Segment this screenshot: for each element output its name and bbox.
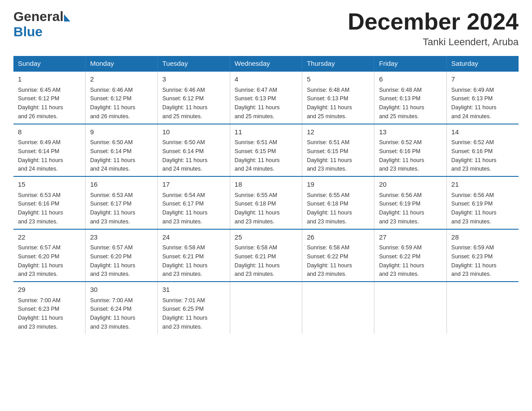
day-number: 6	[379, 74, 442, 85]
day-number: 18	[235, 180, 297, 190]
day-number: 1	[18, 74, 81, 85]
day-info: Sunrise: 6:58 AMSunset: 6:21 PMDaylight:…	[162, 244, 207, 277]
week-row-3: 15Sunrise: 6:53 AMSunset: 6:16 PMDayligh…	[13, 176, 519, 229]
day-cell: 18Sunrise: 6:55 AMSunset: 6:18 PMDayligh…	[230, 176, 302, 229]
day-number: 16	[90, 180, 153, 190]
week-row-2: 8Sunrise: 6:49 AMSunset: 6:14 PMDaylight…	[13, 124, 519, 177]
day-info: Sunrise: 6:52 AMSunset: 6:16 PMDaylight:…	[451, 139, 497, 172]
day-number: 23	[90, 232, 153, 243]
day-info: Sunrise: 6:50 AMSunset: 6:14 PMDaylight:…	[162, 139, 207, 172]
day-number: 15	[18, 180, 81, 190]
week-row-5: 29Sunrise: 7:00 AMSunset: 6:23 PMDayligh…	[13, 282, 519, 334]
day-cell: 8Sunrise: 6:49 AMSunset: 6:14 PMDaylight…	[13, 124, 86, 177]
day-info: Sunrise: 6:58 AMSunset: 6:22 PMDaylight:…	[307, 244, 352, 277]
day-cell: 10Sunrise: 6:50 AMSunset: 6:14 PMDayligh…	[158, 124, 230, 177]
day-info: Sunrise: 6:47 AMSunset: 6:13 PMDaylight:…	[235, 87, 280, 120]
day-cell	[446, 282, 519, 334]
day-number: 12	[307, 127, 369, 137]
day-info: Sunrise: 6:48 AMSunset: 6:13 PMDaylight:…	[307, 87, 352, 120]
day-number: 30	[90, 285, 153, 295]
logo-blue-text: Blue	[13, 24, 43, 39]
day-cell: 21Sunrise: 6:56 AMSunset: 6:19 PMDayligh…	[446, 176, 519, 229]
day-cell: 23Sunrise: 6:57 AMSunset: 6:20 PMDayligh…	[86, 229, 158, 282]
day-cell	[230, 282, 302, 334]
day-cell: 25Sunrise: 6:58 AMSunset: 6:21 PMDayligh…	[230, 229, 302, 282]
day-cell: 2Sunrise: 6:46 AMSunset: 6:12 PMDaylight…	[86, 71, 158, 124]
day-info: Sunrise: 6:46 AMSunset: 6:12 PMDaylight:…	[90, 87, 135, 120]
day-header-wednesday: Wednesday	[230, 56, 302, 71]
day-number: 25	[235, 232, 297, 243]
logo: General Blue	[13, 9, 70, 41]
day-info: Sunrise: 7:00 AMSunset: 6:23 PMDaylight:…	[18, 297, 63, 330]
day-number: 24	[162, 232, 225, 243]
day-cell: 16Sunrise: 6:53 AMSunset: 6:17 PMDayligh…	[86, 176, 158, 229]
day-cell: 31Sunrise: 7:01 AMSunset: 6:25 PMDayligh…	[158, 282, 230, 334]
day-number: 22	[18, 232, 81, 243]
day-info: Sunrise: 6:55 AMSunset: 6:18 PMDaylight:…	[235, 192, 280, 225]
day-info: Sunrise: 6:59 AMSunset: 6:23 PMDaylight:…	[451, 244, 497, 277]
day-header-monday: Monday	[86, 56, 158, 71]
day-cell	[374, 282, 446, 334]
day-number: 5	[307, 74, 369, 85]
day-cell: 3Sunrise: 6:46 AMSunset: 6:12 PMDaylight…	[158, 71, 230, 124]
day-info: Sunrise: 6:52 AMSunset: 6:16 PMDaylight:…	[379, 139, 424, 172]
page-header: General Blue December 2024 Tanki Leender…	[13, 9, 519, 48]
day-number: 19	[307, 180, 369, 190]
day-header-friday: Friday	[374, 56, 446, 71]
day-number: 3	[162, 74, 225, 85]
day-cell: 12Sunrise: 6:51 AMSunset: 6:15 PMDayligh…	[302, 124, 374, 177]
day-info: Sunrise: 6:53 AMSunset: 6:17 PMDaylight:…	[90, 192, 135, 225]
day-cell: 19Sunrise: 6:55 AMSunset: 6:18 PMDayligh…	[302, 176, 374, 229]
day-number: 7	[451, 74, 514, 85]
day-cell: 24Sunrise: 6:58 AMSunset: 6:21 PMDayligh…	[158, 229, 230, 282]
day-number: 8	[18, 127, 81, 137]
day-cell: 28Sunrise: 6:59 AMSunset: 6:23 PMDayligh…	[446, 229, 519, 282]
day-info: Sunrise: 6:45 AMSunset: 6:12 PMDaylight:…	[18, 87, 63, 120]
day-info: Sunrise: 6:48 AMSunset: 6:13 PMDaylight:…	[379, 87, 424, 120]
day-cell: 22Sunrise: 6:57 AMSunset: 6:20 PMDayligh…	[13, 229, 86, 282]
day-cell: 15Sunrise: 6:53 AMSunset: 6:16 PMDayligh…	[13, 176, 86, 229]
day-info: Sunrise: 6:56 AMSunset: 6:19 PMDaylight:…	[451, 192, 497, 225]
day-number: 13	[379, 127, 442, 137]
day-number: 17	[162, 180, 225, 190]
calendar-table: SundayMondayTuesdayWednesdayThursdayFrid…	[13, 56, 519, 334]
day-header-sunday: Sunday	[13, 56, 86, 71]
day-number: 29	[18, 285, 81, 295]
day-number: 26	[307, 232, 369, 243]
day-cell: 17Sunrise: 6:54 AMSunset: 6:17 PMDayligh…	[158, 176, 230, 229]
day-number: 27	[379, 232, 442, 243]
day-info: Sunrise: 6:49 AMSunset: 6:14 PMDaylight:…	[18, 139, 63, 172]
logo-arrow-icon	[64, 14, 70, 21]
calendar-header: SundayMondayTuesdayWednesdayThursdayFrid…	[13, 56, 519, 71]
day-cell: 5Sunrise: 6:48 AMSunset: 6:13 PMDaylight…	[302, 71, 374, 124]
week-row-4: 22Sunrise: 6:57 AMSunset: 6:20 PMDayligh…	[13, 229, 519, 282]
day-number: 2	[90, 74, 153, 85]
day-info: Sunrise: 7:00 AMSunset: 6:24 PMDaylight:…	[90, 297, 135, 330]
day-cell: 9Sunrise: 6:50 AMSunset: 6:14 PMDaylight…	[86, 124, 158, 177]
day-cell: 11Sunrise: 6:51 AMSunset: 6:15 PMDayligh…	[230, 124, 302, 177]
day-info: Sunrise: 6:49 AMSunset: 6:13 PMDaylight:…	[451, 87, 497, 120]
day-cell: 7Sunrise: 6:49 AMSunset: 6:13 PMDaylight…	[446, 71, 519, 124]
day-info: Sunrise: 6:58 AMSunset: 6:21 PMDaylight:…	[235, 244, 280, 277]
day-number: 4	[235, 74, 297, 85]
day-number: 31	[162, 285, 225, 295]
day-cell: 29Sunrise: 7:00 AMSunset: 6:23 PMDayligh…	[13, 282, 86, 334]
day-cell: 30Sunrise: 7:00 AMSunset: 6:24 PMDayligh…	[86, 282, 158, 334]
header-row: SundayMondayTuesdayWednesdayThursdayFrid…	[13, 56, 519, 71]
day-info: Sunrise: 6:57 AMSunset: 6:20 PMDaylight:…	[18, 244, 63, 277]
day-cell	[302, 282, 374, 334]
day-info: Sunrise: 6:56 AMSunset: 6:19 PMDaylight:…	[379, 192, 424, 225]
day-number: 10	[162, 127, 225, 137]
day-cell: 6Sunrise: 6:48 AMSunset: 6:13 PMDaylight…	[374, 71, 446, 124]
day-cell: 4Sunrise: 6:47 AMSunset: 6:13 PMDaylight…	[230, 71, 302, 124]
day-info: Sunrise: 6:59 AMSunset: 6:22 PMDaylight:…	[379, 244, 424, 277]
day-info: Sunrise: 7:01 AMSunset: 6:25 PMDaylight:…	[162, 297, 207, 330]
day-cell: 26Sunrise: 6:58 AMSunset: 6:22 PMDayligh…	[302, 229, 374, 282]
day-header-thursday: Thursday	[302, 56, 374, 71]
day-number: 28	[451, 232, 514, 243]
day-number: 14	[451, 127, 514, 137]
day-info: Sunrise: 6:51 AMSunset: 6:15 PMDaylight:…	[235, 139, 280, 172]
day-header-tuesday: Tuesday	[158, 56, 230, 71]
day-info: Sunrise: 6:53 AMSunset: 6:16 PMDaylight:…	[18, 192, 63, 225]
location-title: Tanki Leendert, Aruba	[348, 36, 519, 48]
